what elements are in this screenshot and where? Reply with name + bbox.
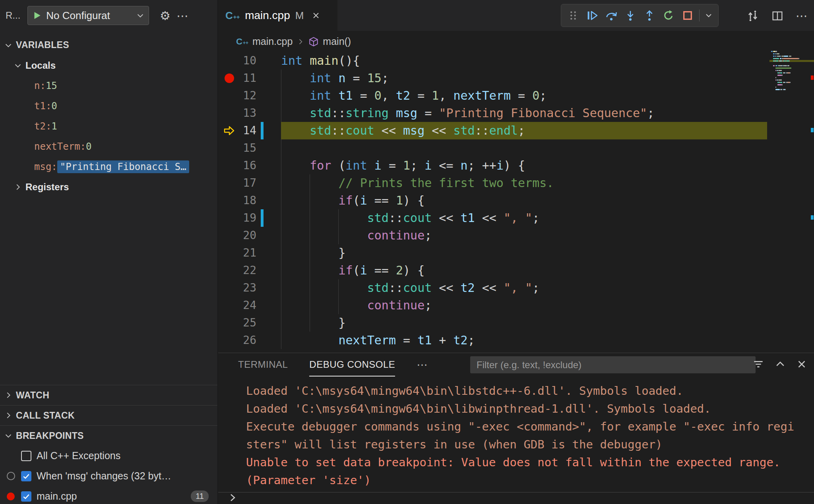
gripper-icon[interactable] [564, 6, 583, 25]
breadcrumb-file[interactable]: main.cpp [252, 36, 293, 47]
code-line-text: std::cout << t1 << ", "; [281, 209, 539, 227]
debug-console-input[interactable] [218, 492, 814, 504]
scope-registers[interactable]: Registers [0, 177, 217, 197]
breakpoint-icon [6, 492, 16, 500]
code-line[interactable]: 18 if(i == 1) { [218, 192, 814, 209]
stop-icon[interactable] [678, 6, 697, 25]
code-line[interactable]: 10int main(){ [218, 52, 814, 70]
console-output-line: sters" will list registers in use (when … [246, 436, 810, 454]
breakpoints-section-header[interactable]: BREAKPOINTS [0, 425, 217, 446]
chevron-up-icon[interactable] [774, 358, 786, 370]
more-actions-icon[interactable]: ⋯ [174, 7, 191, 24]
debug-config-label: No Configurat [46, 10, 132, 22]
minimap[interactable] [769, 51, 814, 102]
variable-row[interactable]: n: 15 [0, 75, 217, 96]
code-editor[interactable]: 10int main(){11 int n = 15;12 int t1 = 0… [218, 52, 814, 353]
variables-section-header[interactable]: VARIABLES [0, 35, 217, 55]
chevron-down-icon [136, 11, 145, 20]
console-output-line: Execute debugger commands using "-exec <… [246, 418, 810, 436]
cpp-file-icon: C++ [225, 10, 240, 22]
code-line-text: std::string msg = "Printing Fibonacci Se… [281, 104, 654, 122]
breakpoint-row[interactable]: When 'msg' changes (32 byt… [0, 466, 217, 486]
editor-tab-main-cpp[interactable]: C++ main.cpp M [218, 0, 337, 31]
code-line[interactable]: 22 if(i == 2) { [218, 262, 814, 279]
watch-section-header[interactable]: WATCH [0, 385, 217, 405]
code-line[interactable]: 23 std::cout << t2 << ", "; [218, 279, 814, 297]
debug-config-dropdown[interactable]: No Configurat [27, 6, 149, 25]
code-line[interactable]: 21 } [218, 244, 814, 262]
debug-toolbar [561, 4, 719, 27]
breakpoint-label: All C++ Exceptions [37, 450, 212, 462]
call-stack-title: CALL STACK [16, 410, 75, 421]
breakpoint-row[interactable]: All C++ Exceptions [0, 446, 217, 466]
code-line[interactable]: 25 } [218, 314, 814, 332]
call-stack-section-header[interactable]: CALL STACK [0, 405, 217, 425]
chevron-down-icon [4, 431, 13, 440]
line-number: 11 [218, 70, 256, 87]
line-number: 12 [218, 87, 256, 104]
watch-title: WATCH [16, 390, 49, 401]
filter-icon[interactable] [752, 358, 765, 371]
line-number: 20 [218, 227, 256, 244]
line-number: 18 [218, 192, 256, 209]
code-line[interactable]: 20 continue; [218, 227, 814, 244]
gear-icon[interactable]: ⚙ [156, 7, 174, 24]
code-line[interactable]: 24 continue; [218, 297, 814, 314]
line-number: 21 [218, 244, 256, 262]
line-number: 19 [218, 209, 256, 227]
code-line[interactable]: 17 // Prints the first two terms. [218, 174, 814, 192]
code-line[interactable]: 26 nextTerm = t1 + t2; [218, 332, 814, 349]
editor-group: C++ main.cpp M ⋯ [218, 0, 814, 353]
code-line[interactable]: 19 std::cout << t1 << ", "; [218, 209, 814, 227]
close-icon[interactable] [311, 11, 321, 20]
variable-name: t2: [34, 121, 51, 132]
variable-value: 0 [51, 100, 57, 112]
overview-ruler-mark [811, 128, 814, 132]
restart-icon[interactable] [659, 6, 678, 25]
variable-name: nextTerm: [34, 141, 86, 152]
variable-value: 15 [46, 80, 57, 91]
source-control-icon[interactable] [746, 10, 759, 22]
symbol-method-icon [308, 37, 319, 47]
split-editor-icon[interactable] [771, 10, 784, 22]
breakpoint-checkbox[interactable] [21, 491, 31, 502]
close-icon[interactable] [796, 358, 808, 370]
code-line[interactable]: 13 std::string msg = "Printing Fibonacci… [218, 104, 814, 122]
line-number: 15 [218, 139, 256, 157]
variables-title: VARIABLES [16, 40, 69, 50]
sidebar-title: R... [6, 10, 20, 21]
tab-terminal[interactable]: TERMINAL [238, 353, 288, 377]
variable-row[interactable]: msg: "Printing Fibonacci S… [0, 156, 217, 177]
cpp-file-icon: C++ [236, 37, 248, 47]
tab-debug-console[interactable]: DEBUG CONSOLE [309, 353, 395, 377]
variable-row[interactable]: t2: 1 [0, 116, 217, 136]
code-line[interactable]: 14 std::cout << msg << std::endl; [218, 122, 814, 139]
step-over-icon[interactable] [602, 6, 621, 25]
modified-line-indicator [261, 122, 264, 139]
line-number: 25 [218, 314, 256, 332]
chevron-down-icon[interactable] [702, 6, 716, 25]
more-actions-icon[interactable]: ⋯ [796, 9, 808, 23]
filter-input[interactable] [470, 356, 756, 373]
breakpoints-title: BREAKPOINTS [16, 431, 84, 441]
variable-row[interactable]: t1: 0 [0, 96, 217, 116]
code-line[interactable]: 16 for (int i = 1; i <= n; ++i) { [218, 157, 814, 174]
variable-row[interactable]: nextTerm: 0 [0, 136, 217, 156]
code-line[interactable]: 11 int n = 15; [218, 70, 814, 87]
continue-icon[interactable] [583, 6, 602, 25]
step-into-icon[interactable] [621, 6, 640, 25]
scope-locals[interactable]: Locals [0, 55, 217, 75]
code-line[interactable]: 12 int t1 = 0, t2 = 1, nextTerm = 0; [218, 87, 814, 104]
start-debugging-icon[interactable] [32, 10, 42, 21]
panel-more-icon[interactable]: ⋯ [417, 358, 428, 371]
line-number: 26 [218, 332, 256, 349]
breadcrumb-symbol[interactable]: main() [323, 36, 351, 47]
breakpoint-row[interactable]: main.cpp11 [0, 486, 217, 504]
code-line-text: int main(){ [281, 52, 360, 70]
bottom-panel: TERMINAL DEBUG CONSOLE ⋯ Loaded 'C:\msys… [218, 353, 814, 504]
breakpoint-checkbox[interactable] [21, 471, 31, 481]
code-line[interactable]: 15 [218, 139, 814, 157]
step-out-icon[interactable] [640, 6, 659, 25]
chevron-right-icon [14, 183, 22, 191]
breakpoint-checkbox[interactable] [21, 451, 31, 461]
